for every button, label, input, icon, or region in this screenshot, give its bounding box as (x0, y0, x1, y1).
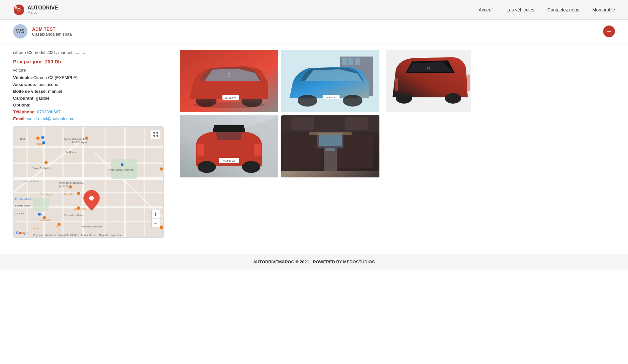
assurance-value: tous risque (37, 82, 58, 87)
svg-point-53 (58, 223, 61, 226)
svg-rect-96 (309, 132, 352, 135)
carburant-label: Carburant: (13, 96, 35, 101)
svg-point-50 (77, 192, 80, 195)
svg-rect-60 (156, 132, 158, 134)
svg-point-46 (36, 137, 40, 140)
svg-point-52 (43, 216, 46, 219)
svg-rect-80 (197, 144, 204, 156)
main-content: citroen C3 model 2021, manuel ..........… (0, 43, 628, 244)
gallery-image-4 (281, 115, 379, 177)
svg-text:Salon Zen Agdal: Salon Zen Agdal (33, 167, 50, 170)
svg-text:Promotion de l'Emplois...: Promotion de l'Emplois... (59, 182, 84, 184)
svg-rect-45 (38, 213, 41, 215)
svg-text:Rue Jabal Boublane: Rue Jabal Boublane (82, 225, 102, 228)
email-row: Email: walid-diani@outlook.com (13, 116, 170, 121)
boite-value: manuel (48, 89, 62, 94)
svg-point-69 (193, 102, 265, 108)
svg-rect-4 (13, 146, 163, 148)
profile-info: ADM TEST Casablanca ain sbaa (32, 26, 72, 37)
svg-rect-95 (319, 133, 342, 146)
map-zoom-out[interactable]: − (151, 219, 160, 227)
svg-point-47 (85, 137, 88, 140)
details-block: Véhicule: Citroen C3 (EXEMPLE) Assurance… (13, 75, 170, 108)
svg-rect-61 (153, 135, 155, 137)
map-container[interactable]: Badr FSJES Agdal Salon Zen Agdal rnation… (13, 126, 164, 238)
map-svg: Badr FSJES Agdal Salon Zen Agdal rnation… (13, 127, 163, 237)
svg-rect-9 (13, 221, 163, 222)
boite-row: Boite de vitesse: manuel (13, 89, 170, 94)
svg-rect-43 (43, 141, 45, 144)
svg-text:VA 800 HY: VA 800 HY (326, 96, 337, 99)
gallery-image-3: VM 080 VX (180, 115, 278, 177)
svg-rect-101 (467, 74, 470, 91)
map-zoom-in[interactable]: + (151, 210, 160, 218)
footer-text: AUTODRIVEMAROC © 2021 - POWERED BY MEDOS… (253, 259, 375, 264)
svg-text:Av. Dades: Av. Dades (65, 151, 76, 153)
user-name: ADM TEST (32, 26, 72, 32)
vehicule-value: Citroen C3 (EXEMPLE) (33, 75, 78, 80)
svg-text:Rue Nations Unies: Rue Nations Unies (64, 214, 83, 216)
main-footer: AUTODRIVEMAROC © 2021 - POWERED BY MEDOS… (0, 254, 628, 270)
profile-left: WS ADM TEST Casablanca ain sbaa (13, 24, 72, 39)
vehicule-row: Véhicule: Citroen C3 (EXEMPLE) (13, 75, 170, 80)
svg-text:Upstairs: Upstairs (33, 227, 42, 230)
left-panel: citroen C3 model 2021, manuel ..........… (13, 50, 170, 238)
svg-text:Agence Nationale de: Agence Nationale de (64, 138, 85, 141)
expand-icon (153, 132, 158, 137)
svg-text:rnational Rabat: rnational Rabat (23, 180, 39, 182)
price-row: Prix par jour: 200 Dh (13, 59, 170, 64)
svg-point-48 (44, 161, 48, 164)
vehicule-label: Véhicule: (13, 75, 32, 80)
back-button[interactable]: ← (603, 25, 615, 37)
svg-text:Badr: Badr (20, 138, 26, 141)
nav-acceuil[interactable]: Acceuil (479, 7, 493, 12)
gallery-image-1: YM 080 VX ⟨⟩ (180, 50, 278, 112)
email-value: walid-diani@outlook.com (27, 116, 75, 121)
svg-text:Forêt Moulay Abdellah: Forêt Moulay Abdellah (108, 168, 134, 171)
report-error: Report a map error (99, 234, 121, 237)
svg-point-51 (77, 207, 80, 210)
nav-vehicules[interactable]: Les véhicules (507, 7, 534, 12)
svg-point-78 (343, 95, 362, 107)
svg-text:D: D (17, 7, 21, 12)
vehicle-type: voiture (13, 68, 170, 73)
google-logo: Google (16, 231, 28, 235)
boite-label: Boite de vitesse: (13, 89, 47, 94)
svg-point-99 (445, 93, 461, 104)
gallery-thumbnail: ⟨⟩ (386, 50, 471, 112)
svg-rect-20 (33, 198, 49, 211)
logo-main-text: AUTODRIVE (27, 5, 58, 11)
svg-rect-88 (285, 135, 321, 168)
nav-profile[interactable]: Mon profile (592, 7, 615, 12)
svg-point-57 (89, 196, 94, 201)
svg-point-85 (242, 161, 260, 173)
svg-rect-91 (345, 117, 368, 130)
telephone-value: 0703880667 (37, 109, 61, 114)
price-label-text: Prix par jour: (13, 59, 44, 64)
svg-rect-5 (13, 162, 163, 164)
svg-rect-16 (144, 127, 145, 237)
right-panel: YM 080 VX ⟨⟩ (180, 50, 615, 238)
svg-text:Express Rabat: Express Rabat (15, 205, 30, 207)
svg-rect-14 (105, 127, 106, 237)
svg-rect-74 (355, 58, 360, 65)
svg-text:YM 080 VX: YM 080 VX (225, 97, 236, 99)
svg-rect-81 (254, 144, 261, 156)
svg-rect-62 (156, 135, 158, 137)
svg-text:FSJES Agdal: FSJES Agdal (72, 141, 87, 144)
gallery-top-row: YM 080 VX ⟨⟩ (180, 50, 615, 177)
logo-icon: D (13, 4, 25, 16)
svg-point-49 (69, 185, 72, 189)
map-expand-button[interactable] (151, 130, 160, 139)
options-label: Options: (13, 103, 30, 108)
nav-contact[interactable]: Contactez nous (547, 7, 579, 12)
map-footer: Keyboard shortcuts Map data ©2021 Terms … (33, 234, 121, 237)
map-data: Map data ©2021 (59, 234, 78, 237)
logo-area: D AUTODRIVE Maroc (13, 4, 58, 16)
logo-sub-text: Maroc (27, 10, 58, 14)
svg-text:Rue Oued Baht: Rue Oued Baht (15, 198, 31, 200)
gallery-image-2: VA 800 HY (281, 50, 379, 112)
map-placeholder: Badr FSJES Agdal Salon Zen Agdal rnation… (13, 127, 163, 237)
svg-point-2 (15, 6, 17, 8)
user-location: Casablanca ain sbaa (32, 32, 72, 37)
